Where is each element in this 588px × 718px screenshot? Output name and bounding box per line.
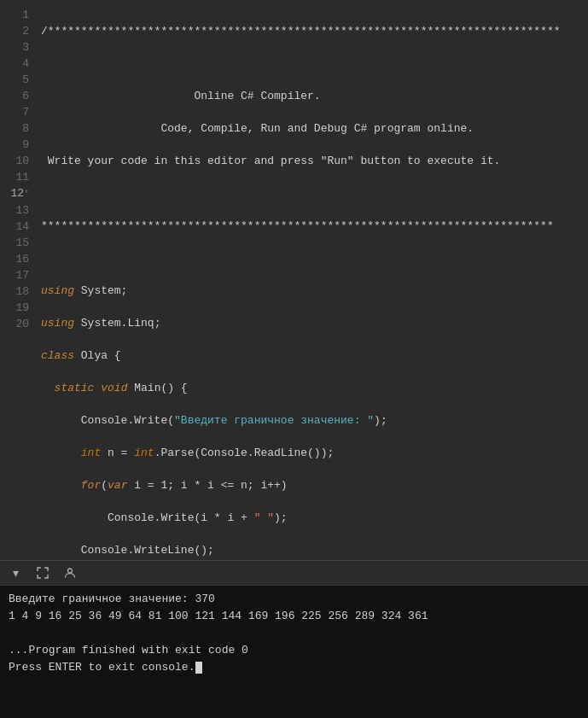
cursor [195,662,202,674]
line-num: 15 [0,235,29,251]
line-num: 14 [0,219,29,235]
console-chevron-button[interactable]: ▾ [7,564,24,581]
code-line-3: Online C# Compiler. [41,88,588,104]
line-num: 18 [0,283,29,300]
code-line-8 [41,250,588,266]
console-toolbar: ▾ [0,561,588,586]
code-line-5: Write your code in this editor and press… [41,153,588,169]
line-num: 2 [0,23,29,39]
line-numbers: 1 2 3 4 5 6 7 8 9 10 11 12* 13 14 15 16 … [0,0,34,560]
code-line-16: Console.Write(i * i + " "); [41,510,588,526]
line-num: 4 [0,55,29,72]
output-line-3 [9,625,579,642]
console-area: ▾ Введите граничное значение: 3701 4 9 1… [0,560,588,718]
code-line-9: using System; [41,283,588,299]
line-num: 11 [0,169,29,185]
line-num: 6 [0,88,29,104]
output-line-5: Press ENTER to exit console. [9,659,579,676]
line-num: 7 [0,104,29,120]
line-num: 19 [0,300,29,316]
code-line-7: ****************************************… [41,218,588,234]
code-line-10: using System.Linq; [41,315,588,331]
code-line-2 [41,55,588,72]
line-num: 9 [0,137,29,153]
line-num: 8 [0,120,29,137]
code-line-4: Code, Compile, Run and Debug C# program … [41,120,588,137]
line-num: 5 [0,72,29,88]
console-user-button[interactable] [61,564,79,581]
output-line-2: 1 4 9 16 25 36 49 64 81 100 121 144 169 … [9,608,579,625]
console-expand-button[interactable] [34,564,51,581]
line-num: 20 [0,316,29,332]
code-line-11: class Olya { [41,347,588,364]
console-output[interactable]: Введите граничное значение: 3701 4 9 16 … [0,586,588,718]
code-line-13: Console.Write("Введите граничное значени… [41,412,588,429]
line-num: 13 [0,202,29,219]
line-num: 12* [0,185,29,202]
code-line-1: /***************************************… [41,23,588,39]
output-line-4: ...Program finished with exit code 0 [9,642,579,659]
code-line-6 [41,185,588,201]
code-editor[interactable]: 1 2 3 4 5 6 7 8 9 10 11 12* 13 14 15 16 … [0,0,588,560]
line-num: 3 [0,39,29,55]
line-num: 16 [0,251,29,267]
line-num: 10 [0,153,29,169]
code-line-12: static void Main() { [41,380,588,396]
output-line-1: Введите граничное значение: 370 [9,591,579,608]
code-content[interactable]: /***************************************… [34,0,588,560]
code-line-14: int n = int.Parse(Console.ReadLine()); [41,445,588,461]
svg-point-0 [68,569,73,573]
line-num: 17 [0,267,29,283]
code-line-15: for(var i = 1; i * i <= n; i++) [41,477,588,493]
code-line-17: Console.WriteLine(); [41,542,588,558]
line-num: 1 [0,7,29,23]
